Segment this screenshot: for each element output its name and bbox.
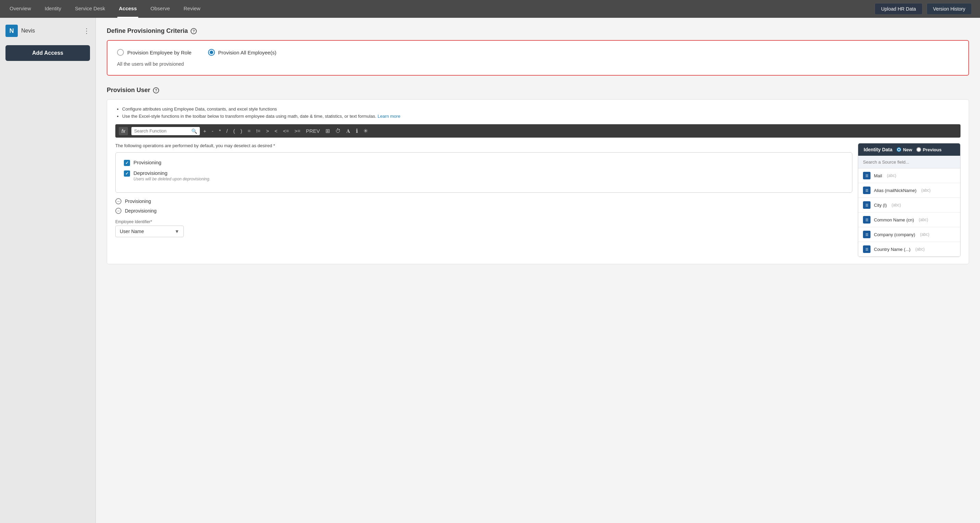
- identity-previous-radio[interactable]: Previous: [916, 147, 942, 152]
- upload-hr-data-button[interactable]: Upload HR Data: [875, 3, 923, 15]
- identity-new-radio[interactable]: New: [897, 147, 912, 152]
- info-bullets-list: Configure attributes using Employee Data…: [115, 107, 961, 119]
- nav-observe[interactable]: Observe: [149, 0, 172, 18]
- provision-all-employees-radio[interactable]: [208, 49, 215, 56]
- deprovisioning-checkbox-item: Deprovisioning Users will be deleted upo…: [124, 170, 844, 182]
- field-type-country: (abc): [915, 247, 924, 252]
- identity-data-panel: Identity Data New Previous: [858, 143, 961, 257]
- identity-previous-label: Previous: [923, 147, 942, 152]
- toolbar-minus[interactable]: -: [210, 127, 216, 135]
- identity-search-bar[interactable]: [858, 156, 960, 168]
- deprovisioning-row-label: Deprovisioning: [125, 208, 157, 214]
- provisioning-row-label: Provisioning: [125, 199, 151, 204]
- deprovisioning-sub-text: Users will be deleted upon deprovisionin…: [134, 177, 210, 182]
- employee-id-section: Employee Identifier* User Name ▼: [115, 219, 853, 237]
- operations-checkboxes-box: Provisioning Deprovisioning Users will b…: [115, 152, 853, 193]
- app-name: Nevis: [21, 28, 35, 34]
- toolbar-font-icon[interactable]: 𝐀: [344, 127, 352, 136]
- top-navigation: Overview Identity Service Desk Access Ob…: [0, 0, 980, 18]
- dropdown-arrow-icon: ▼: [175, 229, 179, 234]
- toolbar-multiply[interactable]: *: [217, 127, 223, 135]
- identity-previous-radio-dot[interactable]: [916, 147, 921, 152]
- deprovisioning-minus-icon[interactable]: −: [115, 208, 121, 214]
- nav-review[interactable]: Review: [182, 0, 202, 18]
- info-bullet-2: Use the Excel-style functions in the too…: [122, 114, 961, 119]
- toolbar-close-paren[interactable]: ): [239, 127, 244, 135]
- provisioning-criteria-box: Provision Employee by Role Provision All…: [107, 40, 969, 76]
- sidebar-logo-row: N Nevis ⋮: [5, 25, 90, 37]
- app-logo: N: [5, 25, 18, 37]
- operations-instruction: The following operations are performed b…: [115, 143, 853, 148]
- provision-all-employees-option[interactable]: Provision All Employee(s): [208, 49, 277, 56]
- field-type-city: (abc): [892, 203, 901, 207]
- toolbar-greater[interactable]: >: [264, 127, 271, 135]
- identity-search-input[interactable]: [863, 159, 955, 165]
- employee-id-value: User Name: [120, 229, 144, 234]
- field-name-alias: Alias (mailNickName): [874, 188, 916, 193]
- provisioning-row-item: − Provisioning: [115, 198, 853, 204]
- main-content: Define Provisioning Criteria ? Provision…: [96, 18, 980, 523]
- add-access-button[interactable]: Add Access: [5, 45, 90, 61]
- toolbar-grid-icon[interactable]: ⊞: [323, 126, 332, 136]
- toolbar-open-paren[interactable]: (: [231, 127, 237, 135]
- nav-links: Overview Identity Service Desk Access Ob…: [8, 0, 202, 18]
- nav-access[interactable]: Access: [118, 0, 138, 18]
- toolbar-not-equals[interactable]: !=: [254, 127, 262, 135]
- identity-panel-header: Identity Data New Previous: [858, 144, 960, 156]
- toolbar-less[interactable]: <: [272, 127, 280, 135]
- sidebar-menu-icon[interactable]: ⋮: [83, 27, 90, 35]
- toolbar-greater-eq[interactable]: >=: [292, 127, 302, 135]
- employee-id-label: Employee Identifier*: [115, 219, 853, 224]
- nav-service-desk[interactable]: Service Desk: [73, 0, 107, 18]
- field-name-cn: Common Name (cn): [874, 217, 914, 222]
- toolbar-clock-icon[interactable]: ⏱: [333, 127, 343, 136]
- field-icon-cn: ☰: [863, 216, 870, 223]
- field-city[interactable]: ☰ City (l) (abc): [858, 198, 960, 212]
- define-criteria-section-title: Define Provisioning Criteria ?: [107, 27, 969, 35]
- define-criteria-help-icon[interactable]: ?: [191, 28, 197, 34]
- identity-new-radio-dot[interactable]: [897, 147, 901, 152]
- provision-by-role-option[interactable]: Provision Employee by Role: [117, 49, 192, 56]
- criteria-radio-group: Provision Employee by Role Provision All…: [117, 49, 959, 56]
- toolbar-plus[interactable]: +: [201, 127, 208, 135]
- field-icon-country: ☰: [863, 246, 870, 253]
- fx-label: fx: [119, 127, 128, 135]
- identity-fields-list: ☰ Mail (abc) ☰ Alias (mailNickName) (: [858, 168, 960, 257]
- search-function-icon: 🔍: [191, 128, 197, 134]
- operations-left-panel: The following operations are performed b…: [115, 143, 853, 237]
- search-function-input[interactable]: [134, 128, 189, 134]
- field-type-mail: (abc): [887, 173, 896, 178]
- provisioning-checkbox[interactable]: [124, 160, 130, 166]
- toolbar-less-eq[interactable]: <=: [281, 127, 291, 135]
- toolbar-settings-icon[interactable]: ✳: [361, 126, 370, 136]
- field-company[interactable]: ☰ Company (company) (abc): [858, 227, 960, 242]
- top-nav-actions: Upload HR Data Version History: [875, 3, 972, 15]
- field-common-name[interactable]: ☰ Common Name (cn) (abc): [858, 212, 960, 227]
- toolbar-prev[interactable]: PREV: [304, 127, 322, 135]
- version-history-button[interactable]: Version History: [927, 3, 972, 15]
- toolbar-equals[interactable]: =: [246, 127, 253, 135]
- field-type-cn: (abc): [919, 217, 928, 222]
- identity-panel-title: Identity Data: [864, 147, 892, 152]
- toolbar-info-icon[interactable]: ℹ: [354, 126, 360, 136]
- provision-user-section-title: Provision User ?: [107, 87, 969, 94]
- employee-id-dropdown[interactable]: User Name ▼: [115, 226, 184, 237]
- info-bullet-1: Configure attributes using Employee Data…: [122, 107, 961, 112]
- provision-user-help-icon[interactable]: ?: [153, 87, 159, 93]
- criteria-description: All the users will be provisioned: [117, 61, 959, 67]
- field-alias[interactable]: ☰ Alias (mailNickName) (abc): [858, 183, 960, 198]
- nav-identity[interactable]: Identity: [43, 0, 63, 18]
- learn-more-link[interactable]: Learn more: [377, 114, 400, 119]
- field-country[interactable]: ☰ Country Name (...) (abc): [858, 242, 960, 257]
- provisioning-minus-icon[interactable]: −: [115, 198, 121, 204]
- deprovisioning-row-item: − Deprovisioning: [115, 208, 853, 214]
- nav-overview[interactable]: Overview: [8, 0, 32, 18]
- field-type-alias: (abc): [921, 188, 931, 193]
- provisioning-checkbox-item: Provisioning: [124, 159, 844, 166]
- provision-by-role-radio[interactable]: [117, 49, 124, 56]
- search-function-bar[interactable]: 🔍: [131, 127, 200, 135]
- identity-new-label: New: [903, 147, 912, 152]
- toolbar-divide[interactable]: /: [224, 127, 230, 135]
- field-mail[interactable]: ☰ Mail (abc): [858, 168, 960, 183]
- deprovisioning-checkbox[interactable]: [124, 171, 130, 177]
